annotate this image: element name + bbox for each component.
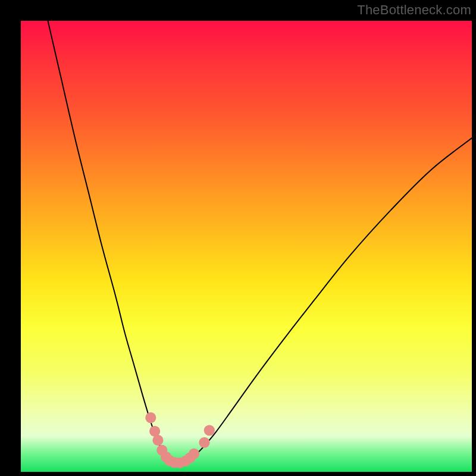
data-markers <box>145 412 215 468</box>
data-marker <box>145 412 156 423</box>
data-marker <box>174 458 185 468</box>
data-marker <box>156 445 167 456</box>
left-branch-curve <box>48 21 178 463</box>
data-marker <box>199 437 209 448</box>
data-marker <box>161 452 171 462</box>
chart-frame: TheBottleneck.com <box>0 0 476 476</box>
data-marker <box>169 457 180 468</box>
right-branch-curve <box>178 138 472 463</box>
data-marker <box>152 435 163 446</box>
watermark-text: TheBottleneck.com <box>357 2 471 18</box>
data-marker <box>204 425 215 436</box>
data-marker <box>164 455 175 466</box>
data-marker <box>189 449 199 459</box>
data-marker <box>149 426 160 437</box>
data-marker <box>180 456 191 466</box>
chart-svg <box>21 21 472 472</box>
chart-plot-area <box>21 21 472 472</box>
data-marker <box>184 452 195 463</box>
